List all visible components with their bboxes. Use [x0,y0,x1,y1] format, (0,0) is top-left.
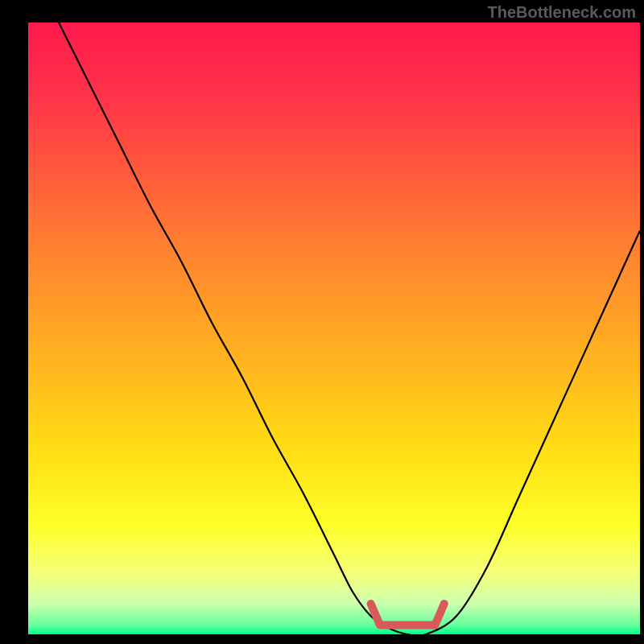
plot-area [28,23,640,634]
attribution-text: TheBottleneck.com [488,3,636,22]
bottleneck-chart [28,23,640,634]
gradient-background [28,23,640,634]
